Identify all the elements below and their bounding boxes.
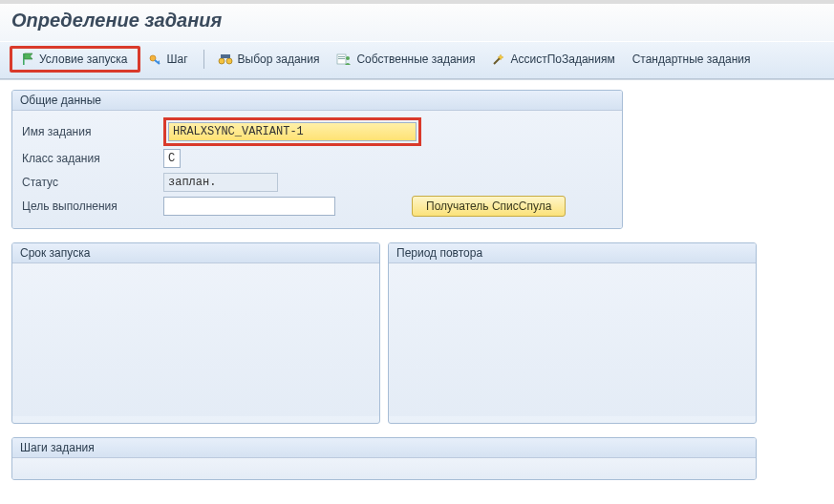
group-body [12, 458, 756, 479]
group-body: Имя задания Класс задания Статус заплан.… [12, 111, 622, 228]
start-time-group: Срок запуска [11, 242, 380, 424]
wand-icon [492, 52, 505, 66]
status-label: Статус [20, 176, 163, 189]
step-icon [148, 52, 161, 66]
job-class-label: Класс задания [20, 152, 163, 165]
user-list-icon [336, 52, 352, 66]
row-status: Статус заплан. [20, 171, 614, 194]
flag-icon [21, 52, 34, 66]
job-wizard-button[interactable]: АссистПоЗаданиям [484, 50, 622, 69]
job-name-input[interactable] [168, 122, 417, 141]
group-body [12, 263, 379, 416]
repeat-period-group: Период повтора [388, 242, 757, 424]
group-title: Срок запуска [12, 243, 379, 263]
toolbar-label: Шаг [166, 52, 187, 66]
svg-point-2 [219, 58, 225, 64]
group-title: Шаги задания [12, 438, 756, 458]
toolbar-label: АссистПоЗаданиям [510, 52, 614, 66]
group-title: Общие данные [12, 91, 622, 111]
job-steps-group: Шаги задания [11, 437, 757, 480]
group-body [389, 263, 756, 416]
header-area: Определение задания Условие запуска [0, 4, 834, 80]
highlight-job-name [163, 117, 421, 146]
toolbar-label: Выбор задания [238, 52, 320, 66]
page-title: Определение задания [0, 4, 834, 41]
general-data-group: Общие данные Имя задания Класс задания С… [11, 90, 623, 229]
svg-point-8 [346, 56, 350, 60]
exec-target-label: Цель выполнения [20, 200, 163, 213]
start-condition-button[interactable]: Условие запуска [13, 50, 135, 69]
job-selection-button[interactable]: Выбор задания [210, 50, 328, 69]
spool-recipient-button[interactable]: Получатель СписСпула [412, 196, 566, 217]
group-title: Период повтора [389, 243, 756, 263]
standard-jobs-button[interactable]: Стандартные задания [625, 50, 759, 69]
job-class-input[interactable] [163, 149, 181, 168]
content-area: Общие данные Имя задания Класс задания С… [0, 80, 834, 503]
status-value: заплан. [163, 173, 278, 192]
toolbar-separator [203, 50, 204, 69]
binoculars-icon [218, 52, 233, 66]
step-button[interactable]: Шаг [140, 50, 195, 69]
toolbar-label: Стандартные задания [632, 52, 751, 66]
own-jobs-button[interactable]: Собственные задания [329, 50, 482, 69]
highlight-start-condition: Условие запуска [10, 46, 140, 73]
row-job-name: Имя задания [20, 117, 614, 146]
two-column-area: Срок запуска Период повтора [11, 242, 757, 437]
svg-rect-6 [338, 56, 345, 57]
sap-screen: Определение задания Условие запуска [0, 0, 834, 504]
svg-rect-7 [338, 58, 345, 59]
toolbar: Условие запуска Шаг [0, 41, 834, 79]
row-exec-target: Цель выполнения Получатель СписСпула [20, 195, 614, 218]
svg-point-3 [226, 58, 232, 64]
exec-target-input[interactable] [163, 197, 335, 216]
job-name-label: Имя задания [20, 125, 163, 138]
toolbar-label: Собственные задания [356, 52, 475, 66]
toolbar-label: Условие запуска [39, 52, 127, 66]
row-job-class: Класс задания [20, 147, 614, 170]
svg-rect-4 [221, 54, 230, 58]
